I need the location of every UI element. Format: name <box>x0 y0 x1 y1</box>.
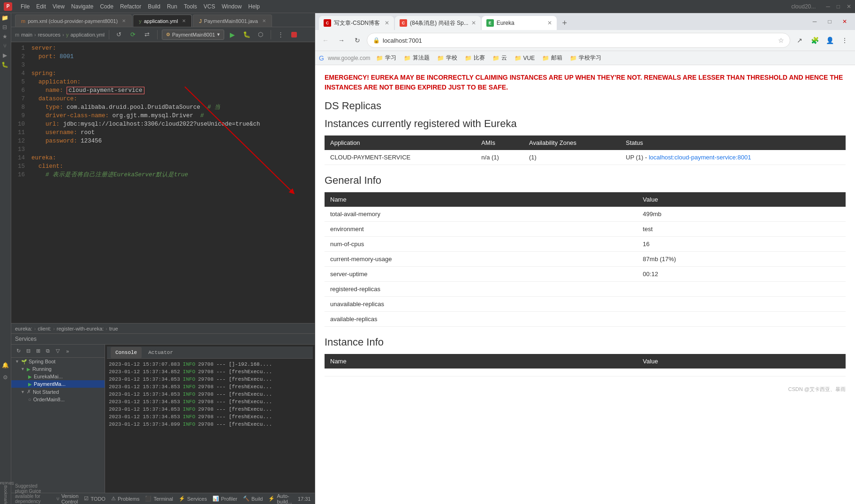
bookmarks-side-icon[interactable]: Bookmarks <box>1 491 10 500</box>
debug-btn[interactable]: 🐛 <box>241 30 252 40</box>
filter-btn[interactable]: ▽ <box>53 347 62 355</box>
tab-console[interactable]: Console <box>111 347 142 358</box>
debug-icon[interactable]: 🐛 <box>0 60 9 69</box>
ide-panel: m pom.xml (cloud-provider-payment8001) ✕… <box>11 13 315 504</box>
tree-spring-boot[interactable]: ▼ 🌱 Spring Boot <box>11 358 105 365</box>
tab-payment-main[interactable]: J PaymentMain8001.java ✕ <box>193 15 272 27</box>
menu-view[interactable]: View <box>53 3 65 10</box>
maximize-browser-btn[interactable]: □ <box>823 15 836 28</box>
new-tab-btn[interactable]: + <box>558 16 572 30</box>
menu-file[interactable]: File <box>21 3 30 10</box>
menu-edit[interactable]: Edit <box>36 3 46 10</box>
tree-eureka-main[interactable]: ▶ EurekaMai... <box>11 373 105 380</box>
refresh-btn[interactable]: ⇄ <box>142 30 153 40</box>
extensions-btn[interactable]: 🧩 <box>808 34 821 47</box>
status-services[interactable]: ⚡ Services <box>179 493 207 504</box>
status-build[interactable]: 🔨 Build <box>243 493 263 504</box>
tree-arrow-spring: ▼ <box>15 359 19 364</box>
run-config-selector[interactable]: ⚙ PaymentMain8001 ▾ <box>162 30 224 40</box>
browser-tab-eureka[interactable]: E Eureka ✕ <box>482 16 557 30</box>
browser-tab-shgv[interactable]: C (84条消息) 尚硅谷 Sp... ✕ <box>395 16 481 30</box>
favorites-icon[interactable]: ★ <box>0 32 9 41</box>
share-btn[interactable]: ↗ <box>793 34 806 47</box>
browser-tab-csdn-label: 写文章-CSDN博客 <box>334 19 382 27</box>
minimize-btn[interactable]: ─ <box>826 3 830 10</box>
close-browser-btn[interactable]: ✕ <box>838 15 851 28</box>
menu-tools[interactable]: Tools <box>184 3 197 10</box>
reload-btn[interactable]: ↻ <box>351 34 364 47</box>
refresh-services-btn[interactable]: ↻ <box>14 347 23 355</box>
menu-help[interactable]: Help <box>248 3 260 10</box>
menu-code[interactable]: Code <box>100 3 113 10</box>
git-icon[interactable]: ⑂ <box>0 41 9 51</box>
menu-run[interactable]: Run <box>167 3 177 10</box>
tab-application-yml[interactable]: y application.yml ✕ <box>133 15 192 27</box>
structure-icon[interactable]: ⊟ <box>0 23 9 32</box>
revert-btn[interactable]: ↺ <box>113 30 125 40</box>
tree-running[interactable]: ▼ ▶ Running <box>11 365 105 373</box>
status-todo[interactable]: ☑ TODO <box>84 493 106 504</box>
notifications-icon[interactable]: 🔔 <box>1 361 10 370</box>
instance-status-link[interactable]: localhost:cloud-payment-service:8001 <box>649 154 751 161</box>
tab-payment-close[interactable]: ✕ <box>262 18 266 23</box>
browser-chrome: C 写文章-CSDN博客 ✕ C (84条消息) 尚硅谷 Sp... ✕ E E… <box>315 13 855 65</box>
bookmark-algo[interactable]: 📁算法题 <box>402 54 431 62</box>
run-side-icon[interactable]: ▶ <box>0 51 9 60</box>
bookmark-vue[interactable]: 📁VUE <box>513 55 537 61</box>
menu-window[interactable]: Window <box>222 3 242 10</box>
menu-refactor[interactable]: Refactor <box>120 3 141 10</box>
status-terminal[interactable]: ⬛ Terminal <box>145 493 173 504</box>
sync-btn[interactable]: ⟳ <box>128 30 139 40</box>
maximize-btn[interactable]: □ <box>837 3 840 10</box>
log-pid-9: 29708 <box>198 421 213 428</box>
minimize-browser-btn[interactable]: ─ <box>808 15 821 28</box>
close-btn[interactable]: ✕ <box>847 3 851 10</box>
status-auto-build[interactable]: ⚡ Auto-build... <box>268 493 292 504</box>
more-services-btn[interactable]: » <box>63 347 72 355</box>
settings-side-icon[interactable]: ⚙ <box>1 373 10 382</box>
tab-pom-close[interactable]: ✕ <box>122 18 126 23</box>
structure-bottom-icon[interactable]: Structure <box>1 479 10 488</box>
tab-yml-close[interactable]: ✕ <box>182 18 186 23</box>
back-btn[interactable]: ← <box>319 34 332 47</box>
code-area[interactable]: 12345 678910 1112131415 16 server: port:… <box>11 42 315 181</box>
browser-tab-csdn-close[interactable]: ✕ <box>385 20 389 26</box>
tab-pom-xml[interactable]: m pom.xml (cloud-provider-payment8001) ✕ <box>15 15 132 27</box>
address-bar[interactable]: 🔒 localhost:7001 ☆ <box>367 33 790 48</box>
forward-btn[interactable]: → <box>335 34 348 47</box>
menu-vcs[interactable]: VCS <box>204 3 215 10</box>
expand-all-btn[interactable]: ⊞ <box>34 347 42 355</box>
profile-btn[interactable]: 👤 <box>823 34 836 47</box>
coverage-btn[interactable]: ⬡ <box>255 30 266 40</box>
bookmark-contest[interactable]: 📁比赛 <box>463 54 487 62</box>
url-text[interactable]: localhost:7001 <box>383 37 775 44</box>
bookmark-star-icon[interactable]: ☆ <box>778 37 784 44</box>
tab-actuator[interactable]: Actuator <box>144 347 178 358</box>
bookmark-cloud[interactable]: 📁云 <box>491 54 509 62</box>
browser-menu-btn[interactable]: ⋮ <box>838 34 851 47</box>
tree-order-main[interactable]: ○ OrderMain8... <box>11 396 105 403</box>
status-version-control[interactable]: ⑂ Version Control <box>56 493 79 504</box>
group-btn[interactable]: ⧉ <box>44 347 52 355</box>
status-profiler[interactable]: 📊 Profiler <box>212 493 237 504</box>
stop-btn[interactable] <box>291 32 297 38</box>
bookmark-school[interactable]: 📁学校 <box>435 54 459 62</box>
general-name-6: registered-replicas <box>325 282 637 297</box>
project-icon[interactable]: 📁 <box>0 13 9 23</box>
bookmark-email[interactable]: 📁邮箱 <box>540 54 564 62</box>
bookmark-study[interactable]: 📁学习 <box>374 54 398 62</box>
menu-navigate[interactable]: Navigate <box>71 3 93 10</box>
bookmark-school2[interactable]: 📁学校学习 <box>568 54 603 62</box>
collapse-all-btn[interactable]: ⊟ <box>24 347 32 355</box>
tree-payment-main[interactable]: ▶ PaymentMa... <box>11 380 105 388</box>
run-btn[interactable]: ▶ <box>227 30 238 40</box>
browser-tab-shgv-close[interactable]: ✕ <box>471 20 476 26</box>
instance-app-name: CLOUD-PAYMENT-SERVICE <box>325 150 476 165</box>
menu-build[interactable]: Build <box>148 3 160 10</box>
general-value-4: 87mb (17%) <box>637 252 846 267</box>
status-problems[interactable]: ⚠ Problems <box>111 493 139 504</box>
more-btn[interactable]: ⋮ <box>275 30 287 40</box>
browser-tab-csdn[interactable]: C 写文章-CSDN博客 ✕ <box>319 16 394 30</box>
tree-not-started[interactable]: ▼ ✗ Not Started <box>11 388 105 396</box>
browser-tab-eureka-close[interactable]: ✕ <box>547 20 552 26</box>
